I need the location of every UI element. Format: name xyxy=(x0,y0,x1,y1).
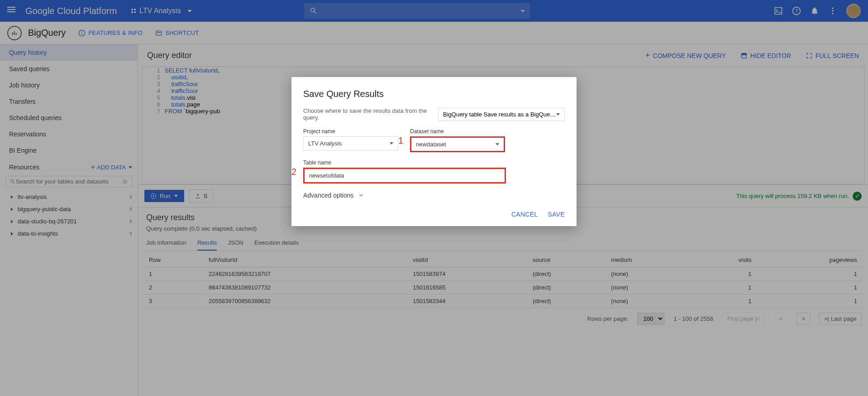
dialog-description: Choose where to save the results data fr… xyxy=(303,107,434,121)
chevron-down-icon xyxy=(496,143,499,145)
table-name-input[interactable] xyxy=(303,168,506,184)
dataset-name-label: Dataset name xyxy=(410,128,505,135)
chevron-down-icon xyxy=(358,192,364,198)
annotation-2: 2 xyxy=(291,166,296,177)
project-name-label: Project name xyxy=(303,128,398,135)
annotation-1: 1 xyxy=(398,135,403,145)
save-button[interactable]: SAVE xyxy=(548,211,565,218)
destination-select[interactable]: BigQuery table Save results as a BigQuer… xyxy=(438,108,565,121)
dataset-name-select[interactable]: newdataset xyxy=(410,136,505,152)
chevron-down-icon xyxy=(390,142,393,145)
modal-overlay[interactable]: Save Query Results Choose where to save … xyxy=(0,0,868,396)
dialog-title: Save Query Results xyxy=(303,89,565,99)
chevron-down-icon xyxy=(556,113,560,116)
advanced-options-toggle[interactable]: Advanced options xyxy=(303,184,565,204)
cancel-button[interactable]: CANCEL xyxy=(511,211,538,218)
save-results-dialog: Save Query Results Choose where to save … xyxy=(291,77,577,226)
table-name-label: Table name xyxy=(303,159,506,166)
project-name-select[interactable]: LTV Analysis xyxy=(303,136,398,150)
